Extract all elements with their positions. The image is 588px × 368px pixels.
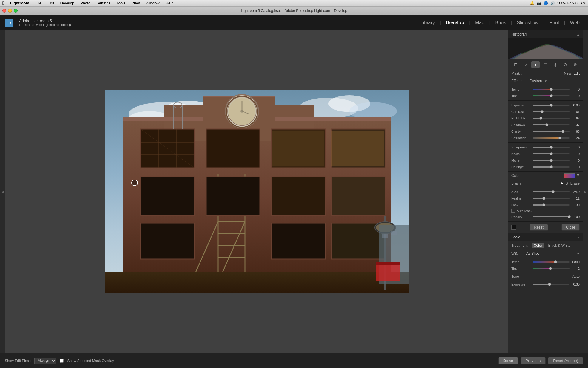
- tint-slider-track[interactable]: [533, 95, 570, 96]
- brush-tool-icon[interactable]: ●: [531, 61, 540, 68]
- menu-develop[interactable]: Develop: [59, 1, 75, 5]
- treatment-bw-button[interactable]: Black & White: [547, 243, 572, 248]
- exposure-slider-thumb[interactable]: [550, 104, 553, 107]
- flow-slider-thumb[interactable]: [542, 203, 545, 206]
- basic-exposure-slider-row: Exposure – 0.30: [508, 281, 583, 288]
- highlights-slider-track[interactable]: [533, 118, 570, 119]
- sharpness-slider-row: Sharpness 0: [508, 144, 583, 151]
- right-panel-toggle[interactable]: ▶: [583, 30, 588, 353]
- brush-tab-b[interactable]: B: [566, 181, 568, 185]
- brush-tab-erase[interactable]: Erase: [570, 181, 580, 185]
- menu-file[interactable]: File: [34, 1, 43, 5]
- minimize-window-button[interactable]: [8, 9, 12, 13]
- menu-tools[interactable]: Tools: [115, 1, 126, 5]
- menu-settings[interactable]: Settings: [95, 1, 112, 5]
- histogram-header[interactable]: Histogram ▲: [508, 30, 583, 39]
- reset-button[interactable]: Reset: [530, 224, 548, 231]
- svg-rect-43: [272, 177, 325, 216]
- contrast-slider-thumb[interactable]: [541, 110, 544, 113]
- left-panel-toggle[interactable]: ◀: [0, 30, 5, 353]
- effect-dropdown-icon[interactable]: ▼: [544, 79, 547, 83]
- auto-mask-checkbox[interactable]: [511, 209, 515, 213]
- tint-slider-thumb[interactable]: [550, 94, 553, 97]
- defringe-slider-track[interactable]: [533, 166, 570, 168]
- spot-tool-icon[interactable]: □: [541, 61, 550, 68]
- done-button[interactable]: Done: [498, 357, 518, 364]
- size-slider-track[interactable]: [533, 191, 570, 192]
- menu-window[interactable]: Window: [144, 1, 160, 5]
- shadows-label: Shadows: [511, 123, 532, 127]
- window-controls[interactable]: [2, 9, 18, 13]
- app-tagline[interactable]: Get started with Lightroom mobile ▶: [19, 23, 72, 27]
- size-slider-thumb[interactable]: [552, 190, 555, 193]
- moire-slider-thumb[interactable]: [550, 159, 553, 162]
- grid-tool-icon[interactable]: ⊞: [512, 61, 520, 68]
- saturation-slider-track[interactable]: [533, 137, 570, 139]
- sharpness-slider-thumb[interactable]: [550, 146, 553, 149]
- previous-button[interactable]: Previous: [521, 357, 546, 364]
- flow-slider-track[interactable]: [533, 204, 570, 206]
- noise-slider-thumb[interactable]: [550, 152, 553, 155]
- crop-tool-icon[interactable]: ○: [521, 61, 530, 68]
- defringe-slider-thumb[interactable]: [550, 165, 553, 168]
- radial-filter-icon[interactable]: ⊛: [571, 61, 579, 68]
- basic-panel-header[interactable]: Basic ▲: [508, 233, 583, 241]
- sharpness-slider-track[interactable]: [533, 147, 570, 148]
- basic-tint-slider-thumb[interactable]: [549, 267, 552, 270]
- highlights-slider-thumb[interactable]: [539, 117, 542, 120]
- tab-develop[interactable]: Develop: [442, 19, 468, 27]
- shadows-slider-track[interactable]: [533, 124, 570, 125]
- redeye-tool-icon[interactable]: ◎: [551, 61, 560, 68]
- black-square-icon[interactable]: [511, 225, 516, 230]
- maximize-window-button[interactable]: [14, 9, 18, 13]
- feather-slider-thumb[interactable]: [542, 197, 545, 200]
- wb-dropdown-icon[interactable]: ▼: [577, 252, 580, 255]
- basic-temp-slider-track[interactable]: [533, 261, 570, 263]
- graduated-filter-icon[interactable]: ⊙: [561, 61, 570, 68]
- show-mask-overlay-checkbox[interactable]: [60, 359, 64, 363]
- menu-photo[interactable]: Photo: [79, 1, 92, 5]
- menu-lightroom[interactable]: Lightroom: [9, 1, 30, 5]
- mask-edit-button[interactable]: Edit: [573, 71, 580, 76]
- tab-print[interactable]: Print: [546, 19, 563, 27]
- density-slider-thumb[interactable]: [568, 215, 571, 218]
- highlights-label: Highlights: [511, 116, 532, 120]
- menu-view[interactable]: View: [130, 1, 141, 5]
- svg-point-29: [229, 98, 255, 125]
- clarity-slider-track[interactable]: [533, 131, 570, 132]
- show-edit-pins-select[interactable]: Always: [34, 358, 56, 364]
- treatment-color-button[interactable]: Color: [532, 243, 544, 248]
- moire-slider-track[interactable]: [533, 160, 570, 161]
- basic-exposure-slider-track[interactable]: [533, 284, 569, 285]
- reset-adobe-button[interactable]: Reset (Adobe): [548, 357, 583, 364]
- contrast-slider-track[interactable]: [533, 111, 570, 112]
- exposure-slider-track[interactable]: [533, 105, 570, 106]
- color-label: Color: [511, 174, 520, 178]
- basic-exposure-slider-thumb[interactable]: [548, 283, 551, 286]
- temp-slider-track[interactable]: [533, 89, 570, 90]
- density-slider-track[interactable]: [533, 216, 570, 217]
- menu-help[interactable]: Help: [164, 1, 175, 5]
- noise-slider-track[interactable]: [533, 153, 570, 154]
- mask-new-button[interactable]: New: [564, 71, 571, 76]
- temp-slider-thumb[interactable]: [550, 88, 553, 91]
- basic-tint-slider-track[interactable]: [533, 268, 570, 269]
- tab-web[interactable]: Web: [566, 19, 583, 27]
- clarity-slider-thumb[interactable]: [561, 130, 564, 133]
- tab-library[interactable]: Library: [417, 19, 439, 27]
- tab-slideshow[interactable]: Slideshow: [513, 19, 542, 27]
- feather-slider-track[interactable]: [533, 198, 570, 199]
- color-swatch-area[interactable]: ⊞: [564, 173, 580, 178]
- color-swatch[interactable]: [564, 173, 575, 178]
- tab-book[interactable]: Book: [492, 19, 510, 27]
- close-window-button[interactable]: [2, 9, 6, 13]
- tab-map[interactable]: Map: [471, 19, 488, 27]
- brush-tab-a[interactable]: A: [561, 181, 563, 185]
- close-button[interactable]: Close: [561, 224, 580, 231]
- shadows-slider-thumb[interactable]: [545, 123, 548, 126]
- basic-temp-slider-thumb[interactable]: [554, 260, 557, 263]
- apple-menu[interactable]: : [2, 1, 4, 6]
- menu-edit[interactable]: Edit: [46, 1, 55, 5]
- tone-auto-button[interactable]: Auto: [572, 275, 580, 279]
- saturation-slider-thumb[interactable]: [558, 137, 561, 139]
